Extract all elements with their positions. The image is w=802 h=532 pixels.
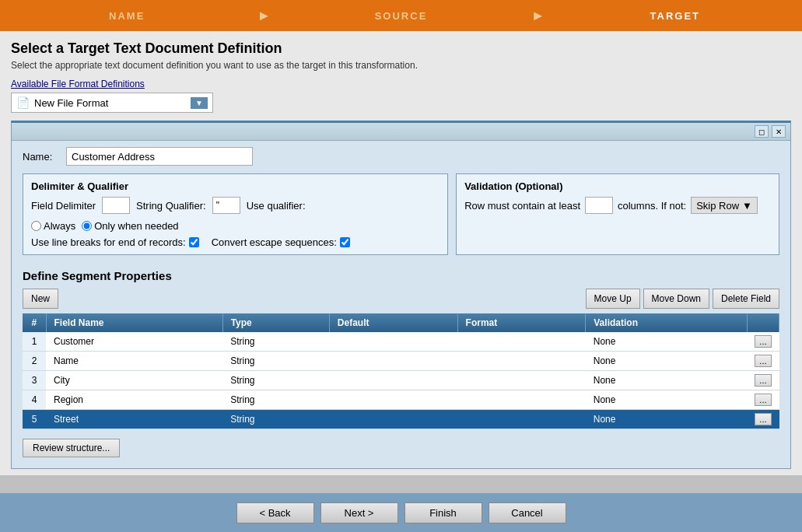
wizard-bar: NAME ► SOURCE ► TARGET: [0, 0, 802, 31]
move-down-button[interactable]: Move Down: [643, 289, 709, 309]
convert-escape-label[interactable]: Convert escape sequences:: [212, 236, 350, 248]
col-format: Format: [457, 313, 586, 332]
delimiter-row2: Use line breaks for end of records: Conv…: [31, 236, 440, 248]
dialog-close-btn[interactable]: ✕: [772, 125, 786, 138]
row-validation: None: [586, 352, 748, 371]
col-validation: Validation: [586, 313, 748, 332]
new-button[interactable]: New: [23, 289, 58, 309]
validation-box: Validation (Optional) Row must contain a…: [456, 173, 779, 255]
string-qualifier-input[interactable]: [212, 197, 240, 214]
dialog-restore-btn[interactable]: ◻: [755, 125, 769, 138]
review-structure-button[interactable]: Review structure...: [23, 439, 120, 457]
field-delimiter-input[interactable]: [102, 197, 130, 214]
row-field-name: Customer: [46, 332, 222, 352]
delimiter-row1: Field Delimiter String Qualifier: Use qu…: [31, 197, 440, 232]
col-action: [747, 313, 779, 332]
col-type: Type: [222, 313, 329, 332]
row-edit-btn[interactable]: ...: [755, 394, 771, 406]
col-num: #: [23, 313, 46, 332]
row-type: String: [222, 410, 329, 429]
skip-row-dropdown[interactable]: Skip Row ▼: [691, 197, 758, 214]
name-input[interactable]: [66, 147, 253, 166]
row-edit-btn[interactable]: ...: [755, 355, 771, 367]
row-format: [457, 332, 586, 352]
row-field-name: Name: [46, 352, 222, 371]
wizard-arrow-1: ►: [254, 0, 274, 31]
row-validation: None: [586, 332, 748, 352]
columns-label: columns. If not:: [618, 200, 686, 212]
dialog-panel: ◻ ✕ Name: Delimiter & Qualifier Field De…: [11, 121, 791, 469]
wizard-step-source[interactable]: SOURCE: [274, 0, 527, 31]
page-title: Select a Target Text Document Definition: [11, 40, 791, 57]
row-validation: None: [586, 410, 748, 429]
main-content: Select a Target Text Document Definition…: [0, 31, 802, 475]
field-delimiter-label: Field Delimiter: [31, 200, 96, 212]
row-field-name: Street: [46, 410, 222, 429]
row-type: String: [222, 390, 329, 410]
row-default: [329, 332, 457, 352]
string-qualifier-label: String Qualifier:: [136, 200, 206, 212]
segment-toolbar: New Move Up Move Down Delete Field: [12, 289, 790, 309]
radio-only-label[interactable]: Only when needed: [82, 220, 178, 232]
row-default: [329, 410, 457, 429]
table-container: # Field Name Type Default Format Validat…: [12, 313, 790, 429]
table-row[interactable]: 2 Name String None ...: [23, 352, 779, 371]
cancel-button[interactable]: Cancel: [489, 502, 566, 523]
file-format-dropdown[interactable]: 📄 New File Format ▼: [11, 93, 213, 113]
row-format: [457, 410, 586, 429]
row-default: [329, 352, 457, 371]
finish-button[interactable]: Finish: [405, 502, 482, 523]
wizard-arrow-2: ►: [528, 0, 548, 31]
wizard-step-source-label: SOURCE: [375, 10, 428, 22]
row-num: 1: [23, 332, 46, 352]
row-num: 2: [23, 352, 46, 371]
wizard-step-name[interactable]: NAME: [0, 0, 254, 31]
row-field-name: City: [46, 371, 222, 390]
convert-escape-checkbox[interactable]: [340, 237, 350, 247]
doc-icon: 📄: [16, 96, 30, 109]
wizard-step-name-label: NAME: [109, 10, 145, 22]
radio-only-when-needed[interactable]: [82, 221, 92, 231]
move-up-button[interactable]: Move Up: [586, 289, 640, 309]
row-type: String: [222, 352, 329, 371]
table-row[interactable]: 5 Street String None ...: [23, 410, 779, 429]
validation-title: Validation (Optional): [464, 180, 771, 192]
row-action: ...: [747, 410, 779, 429]
dropdown-label: Available File Format Definitions: [11, 79, 791, 89]
row-action: ...: [747, 332, 779, 352]
row-action: ...: [747, 371, 779, 390]
table-body: 1 Customer String None ... 2 Name String…: [23, 332, 779, 429]
row-format: [457, 390, 586, 410]
name-field-row: Name:: [23, 147, 779, 166]
delete-field-button[interactable]: Delete Field: [713, 289, 779, 309]
min-columns-input[interactable]: [585, 197, 613, 214]
page-subtitle: Select the appropriate text document def…: [11, 60, 791, 71]
row-edit-btn[interactable]: ...: [755, 374, 771, 387]
back-button[interactable]: < Back: [236, 502, 314, 523]
table-row[interactable]: 4 Region String None ...: [23, 390, 779, 410]
segment-table: # Field Name Type Default Format Validat…: [23, 313, 779, 429]
skip-row-arrow-icon: ▼: [742, 200, 752, 212]
row-default: [329, 390, 457, 410]
row-num: 4: [23, 390, 46, 410]
row-edit-btn[interactable]: ...: [755, 413, 771, 425]
row-edit-btn[interactable]: ...: [755, 335, 771, 348]
next-button[interactable]: Next >: [320, 502, 398, 523]
row-type: String: [222, 371, 329, 390]
row-action: ...: [747, 390, 779, 410]
row-must-contain-label: Row must contain at least: [464, 200, 580, 212]
row-format: [457, 371, 586, 390]
table-row[interactable]: 3 City String None ...: [23, 371, 779, 390]
dialog-toolbar: ◻ ✕: [12, 123, 790, 141]
wizard-step-target[interactable]: TARGET: [548, 0, 802, 31]
delimiter-title: Delimiter & Qualifier: [31, 180, 440, 192]
line-breaks-checkbox[interactable]: [189, 237, 199, 247]
line-breaks-label[interactable]: Use line breaks for end of records:: [31, 236, 199, 248]
wizard-step-target-label: TARGET: [650, 10, 700, 22]
radio-always-label[interactable]: Always: [31, 220, 75, 232]
dropdown-arrow-icon: ▼: [191, 97, 208, 109]
radio-always[interactable]: [31, 221, 41, 231]
footer: < Back Next > Finish Cancel: [0, 493, 802, 532]
row-field-name: Region: [46, 390, 222, 410]
table-row[interactable]: 1 Customer String None ...: [23, 332, 779, 352]
